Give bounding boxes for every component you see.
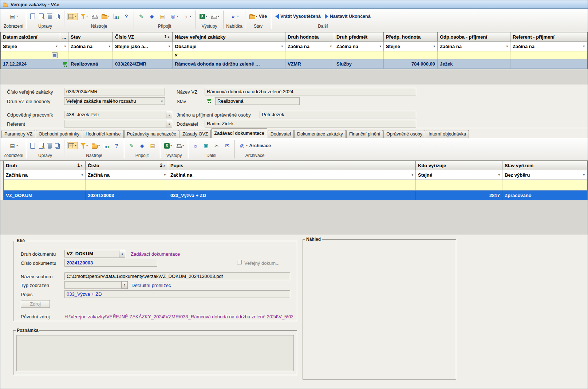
- filter-druh-hodnota[interactable]: Začíná na▾: [285, 42, 334, 51]
- cell-druh[interactable]: VZ_DOKUM: [4, 190, 86, 200]
- nazev-vz-input[interactable]: Rámcová dohoda na údržbu zeleně 2024: [205, 88, 416, 95]
- filter-popis[interactable]: Začíná na▾: [168, 170, 416, 180]
- quick-entry-cell[interactable]: ▦: [1, 51, 60, 59]
- tab-pozadavky-na-uchazece[interactable]: Požadavky na uchazeče: [124, 130, 179, 138]
- quick-entry-cell[interactable]: [285, 51, 334, 59]
- detail-button[interactable]: [29, 12, 36, 20]
- filter-druh-predmet[interactable]: Začíná na▾: [334, 42, 384, 51]
- form-button[interactable]: ▤: [158, 12, 167, 21]
- verejny-dokument-checkbox[interactable]: [237, 260, 242, 264]
- filter-button[interactable]: ▾: [79, 13, 89, 20]
- archive-button[interactable]: ◎▾Archivace: [237, 141, 272, 150]
- column-header-predp-hodnota[interactable]: Předp. hodnota: [384, 32, 438, 42]
- cell-kdo-vyrizuje[interactable]: 2817: [416, 190, 502, 200]
- chart-button[interactable]: [112, 13, 121, 20]
- filter-stav-vyrizeni[interactable]: Bez výběru▾: [502, 170, 587, 180]
- filter-cislo-vz[interactable]: Stejné jako a...▾: [113, 42, 173, 51]
- delete-button[interactable]: [46, 142, 53, 150]
- cell-referent-prijmeni[interactable]: [510, 59, 587, 68]
- cell-stav-vyrizeni[interactable]: Zpracováno: [502, 190, 587, 200]
- referent-input[interactable]: [64, 120, 166, 127]
- folder-search-button[interactable]: ▾: [90, 142, 101, 150]
- filter-stav[interactable]: Začíná na▾: [68, 42, 113, 51]
- quick-entry-cell[interactable]: [86, 180, 168, 190]
- column-header-druh-predmet[interactable]: Druh předmět: [334, 32, 384, 42]
- column-header-druh-hodnota[interactable]: Druh hodnota: [285, 32, 334, 42]
- tab-financni-plneni[interactable]: Finanční plnění: [346, 130, 383, 138]
- quick-entry-cell[interactable]: [60, 51, 68, 59]
- view-layout-button[interactable]: ▤▾: [8, 12, 19, 21]
- cell-druh-hodnota[interactable]: VZMR: [285, 59, 334, 68]
- filter-cislo[interactable]: Začíná na▾: [86, 170, 168, 180]
- quick-entry-cell[interactable]: [510, 51, 587, 59]
- quick-entry-cell[interactable]: [113, 51, 173, 59]
- quick-entry-cell[interactable]: [416, 180, 502, 190]
- print-button[interactable]: ▾: [210, 13, 221, 20]
- cell-datum-zalozeni[interactable]: 17.12.2024: [1, 59, 60, 68]
- column-header-odp-osoba-prijmeni[interactable]: Odp.osoba - příjmení: [438, 32, 510, 42]
- column-header-stav[interactable]: Stav: [68, 32, 113, 42]
- dodavatel-input[interactable]: Radim Zídek: [205, 120, 416, 127]
- referent-spinner[interactable]: ▴▾: [166, 120, 172, 127]
- quick-entry-cell[interactable]: [502, 180, 587, 190]
- copy-button[interactable]: [54, 14, 62, 19]
- state-filter-button[interactable]: ▾Vše: [248, 12, 268, 20]
- column-header-col[interactable]: ...: [60, 32, 68, 42]
- column-header-referent-prijmeni[interactable]: Referent - příjmení: [510, 32, 587, 42]
- quick-entry-cell[interactable]: [438, 51, 510, 59]
- zdroj-button[interactable]: Zdroj: [21, 300, 50, 308]
- column-header-cislo[interactable]: Číslo2▲: [86, 161, 168, 170]
- quick-print-button[interactable]: [90, 13, 99, 20]
- column-header-nazev-verejne-zakazky[interactable]: Název veřejné zakázky: [173, 32, 285, 42]
- tab-interni-objednavka[interactable]: Interní objednávka: [426, 130, 469, 138]
- help-button[interactable]: ?: [122, 12, 131, 21]
- chart-button[interactable]: [102, 142, 111, 149]
- grid-data-row[interactable]: 17.12.2024Realizovaná033/2024/ZMRRámcová…: [1, 59, 587, 69]
- cislo-vz-input[interactable]: 033/2024/ZMR: [64, 88, 165, 95]
- delete-button[interactable]: [46, 12, 53, 20]
- return-awarded-button[interactable]: Vrátit Vysoutěžená: [274, 13, 322, 20]
- edit-button[interactable]: [38, 142, 45, 150]
- quick-entry-cell[interactable]: [4, 180, 86, 190]
- tab-opravnene-osoby[interactable]: Oprávněné osoby: [383, 130, 425, 138]
- media-button[interactable]: ◎▾: [168, 12, 180, 21]
- note-input[interactable]: [16, 335, 294, 371]
- mail-button[interactable]: ✉: [222, 141, 232, 150]
- cell-cislo-vz[interactable]: 033/2024/ZMR: [113, 59, 173, 68]
- filter-druh[interactable]: Začíná na▾: [4, 170, 86, 180]
- scissors-button[interactable]: ✂: [212, 141, 221, 150]
- column-header-kdo-vyrizuje[interactable]: Kdo vyřizuje: [416, 161, 502, 170]
- column-header-cislo-vz[interactable]: Číslo VZ1▲: [113, 32, 173, 42]
- set-finished-button[interactable]: Nastavit Ukončená: [323, 13, 372, 20]
- filter-col[interactable]: ▾: [60, 42, 68, 51]
- filter-odp-osoba-prijmeni[interactable]: Začíná na▾: [438, 42, 510, 51]
- quick-entry-cell[interactable]: ×: [173, 51, 285, 59]
- cislo-dokumentu-input[interactable]: 2024120003: [64, 259, 157, 267]
- filter-nazev-verejne-zakazky[interactable]: Obsahuje▾: [173, 42, 285, 51]
- druh-dokumentu-input[interactable]: VZ_DOKUM: [64, 250, 119, 258]
- cell-stav[interactable]: Realizovaná: [68, 59, 113, 68]
- druh-vz-select[interactable]: Veřejná zakázka malého rozsahu▾: [64, 97, 165, 105]
- tab-parametry-vz[interactable]: Parametry VZ: [1, 130, 35, 138]
- odpovedny-pracovnik-spinner[interactable]: ▴▾: [166, 111, 172, 118]
- tab-hodnotici-komise[interactable]: Hodnotící komise: [83, 130, 124, 138]
- odpovedny-pracovnik-input[interactable]: 438 Ježek Petr: [64, 111, 166, 118]
- note-button[interactable]: ✎: [127, 141, 136, 150]
- tab-zasady-ovz[interactable]: Zásady OVZ: [179, 130, 211, 138]
- nazev-souboru-input[interactable]: C:\OrsoftOpenSrv\data.1\dokumenty\verzak…: [64, 272, 290, 280]
- grid-settings-button[interactable]: ▾: [67, 13, 78, 20]
- form-button[interactable]: ▤: [148, 141, 157, 150]
- cell-cislo[interactable]: 2024120003: [86, 190, 168, 200]
- cell-predp-hodnota[interactable]: 784 000,00: [384, 59, 438, 68]
- filter-referent-prijmeni[interactable]: Začíná na▾: [510, 42, 587, 51]
- filter-button[interactable]: ▾: [79, 142, 89, 149]
- print-button[interactable]: ▾: [174, 142, 185, 149]
- druh-dokumentu-spinner[interactable]: ▴▾: [119, 250, 125, 258]
- copy-button[interactable]: [54, 143, 62, 149]
- grid-data-row[interactable]: VZ_DOKUM2024120003033_Výzva + ZD2817Zpra…: [4, 190, 587, 200]
- filter-datum-zalozeni[interactable]: Stejné▾: [1, 42, 60, 51]
- monitor-button[interactable]: ▣: [201, 141, 211, 150]
- tab-zadavaci-dokumentace[interactable]: Zadávací dokumentace: [211, 128, 267, 138]
- column-header-druh[interactable]: Druh1▲: [4, 161, 86, 170]
- stav-input[interactable]: Realizovaná: [215, 97, 300, 105]
